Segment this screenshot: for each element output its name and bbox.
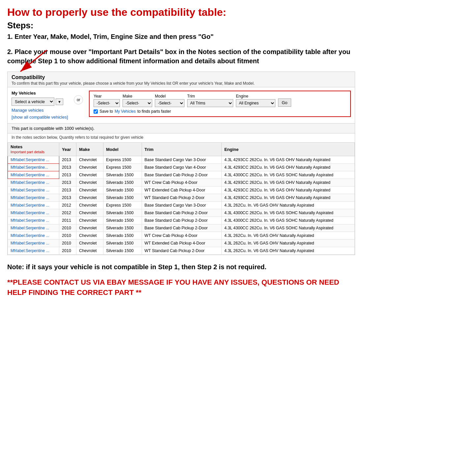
- engine-label: Engine: [236, 94, 275, 99]
- vehicle-select-row: Select a vehicle ▼: [12, 98, 68, 106]
- cell-notes: Mfrlabel:Serpentine ...: [8, 247, 59, 255]
- make-label: Make: [123, 94, 152, 99]
- cell-trim: WT Extended Cab Pickup 4-Door: [142, 240, 221, 247]
- cell-make: Chevrolet: [76, 217, 103, 224]
- cell-make: Chevrolet: [76, 164, 103, 171]
- year-select[interactable]: -Select-: [94, 99, 120, 107]
- cell-make: Chevrolet: [76, 179, 103, 186]
- show-all-compatible-link[interactable]: [show all compatible vehicles]: [12, 115, 68, 120]
- cell-year: 2012: [59, 202, 76, 209]
- cell-trim: Base Standard Cargo Van 3-Door: [142, 156, 221, 164]
- col-engine: Engine: [221, 143, 354, 156]
- table-row: Mfrlabel:Serpentine ...2013ChevroletSilv…: [8, 186, 355, 194]
- cell-model: Silverado 1500: [103, 194, 142, 202]
- cell-engine: 4.3L 4293CC 262Cu. In. V6 GAS OHV Natura…: [221, 179, 354, 186]
- cell-model: Silverado 1500: [103, 240, 142, 247]
- cell-engine: 4.3L 262Cu. In. V6 GAS OHV Naturally Asp…: [221, 247, 354, 255]
- cell-trim: WT Standard Cab Pickup 2-Door: [142, 194, 221, 202]
- cell-notes: Mfrlabel:Serpentine ...: [8, 209, 59, 217]
- cell-year: 2013: [59, 186, 76, 194]
- cell-model: Silverado 1500: [103, 224, 142, 232]
- cell-notes: Mfrlabel:Serpentine ...: [8, 224, 59, 232]
- cell-year: 2013: [59, 171, 76, 179]
- compat-table-note: In the notes section below, Quantity ref…: [8, 133, 355, 142]
- cell-make: Chevrolet: [76, 224, 103, 232]
- cell-engine: 4.3L 4300CC 262Cu. In. V6 GAS SOHC Natur…: [221, 217, 354, 224]
- go-button[interactable]: Go: [278, 99, 291, 107]
- cell-make: Chevrolet: [76, 247, 103, 255]
- cell-engine: 4.3L 4293CC 262Cu. In. V6 GAS OHV Natura…: [221, 194, 354, 202]
- engine-select[interactable]: All Engines: [236, 99, 275, 107]
- cell-make: Chevrolet: [76, 209, 103, 217]
- compat-header: Compatibility To confirm that this part …: [8, 72, 355, 87]
- save-checkbox[interactable]: [94, 109, 98, 114]
- cell-model: Silverado 1500: [103, 232, 142, 240]
- cell-trim: Base Standard Cab Pickup 2-Door: [142, 171, 221, 179]
- cell-model: Silverado 1500: [103, 186, 142, 194]
- cell-notes: Mfrlabel:Serpentine ...: [8, 194, 59, 202]
- select-arrow-icon: ▼: [56, 99, 63, 105]
- cell-model: Express 1500: [103, 202, 142, 209]
- cell-engine: 4.3L 262Cu. In. V6 GAS OHV Naturally Asp…: [221, 240, 354, 247]
- cell-notes: Mfrlabel:Serpentine ...: [8, 171, 59, 179]
- steps-label: Steps:: [7, 20, 355, 31]
- engine-field: Engine All Engines: [236, 94, 275, 107]
- cell-model: Express 1500: [103, 156, 142, 164]
- cell-year: 2011: [59, 217, 76, 224]
- make-select[interactable]: -Select-: [123, 99, 152, 107]
- col-notes: Notes Important part details: [8, 143, 59, 156]
- vehicle-select-dropdown[interactable]: Select a vehicle: [12, 98, 54, 106]
- cell-make: Chevrolet: [76, 171, 103, 179]
- col-make: Make: [76, 143, 103, 156]
- step2-text: 2. Place your mouse over "Important Part…: [7, 47, 355, 66]
- cell-engine: 4.3L 4300CC 262Cu. In. V6 GAS SOHC Natur…: [221, 209, 354, 217]
- cell-notes: Mfrlabel:Serpentine ...: [8, 232, 59, 240]
- cell-year: 2010: [59, 224, 76, 232]
- notes-header-label: Notes: [11, 144, 22, 149]
- cell-trim: WT Standard Cab Pickup 2-Door: [142, 247, 221, 255]
- compat-info-bar: This part is compatible with 1000 vehicl…: [8, 123, 355, 133]
- cell-make: Chevrolet: [76, 194, 103, 202]
- cell-make: Chevrolet: [76, 202, 103, 209]
- note-text: Note: if it says your vehicle is not com…: [7, 262, 355, 272]
- cell-engine: 4.3L 4293CC 262Cu. In. V6 GAS OHV Natura…: [221, 164, 354, 171]
- my-vehicles-save-link[interactable]: My Vehicles: [115, 109, 136, 114]
- year-make-form: Year -Select- Make -Select- Mo: [89, 91, 351, 117]
- my-vehicles-section: My Vehicles Select a vehicle ▼ Manage ve…: [12, 91, 68, 120]
- cell-model: Silverado 1500: [103, 209, 142, 217]
- trim-select[interactable]: All Trims: [187, 99, 233, 107]
- cell-engine: 4.3L 4293CC 262Cu. In. V6 GAS OHV Natura…: [221, 156, 354, 164]
- cell-make: Chevrolet: [76, 186, 103, 194]
- year-field: Year -Select-: [94, 94, 120, 107]
- table-row: Mfrlabel:Serpentine ...2013ChevroletExpr…: [8, 156, 355, 164]
- cell-trim: Base Standard Cab Pickup 2-Door: [142, 217, 221, 224]
- cell-model: Express 1500: [103, 164, 142, 171]
- compatibility-box: Compatibility To confirm that this part …: [7, 72, 355, 255]
- ym-fields-row: Year -Select- Make -Select- Mo: [94, 94, 346, 107]
- trim-field: Trim All Trims: [187, 94, 233, 107]
- cell-make: Chevrolet: [76, 240, 103, 247]
- cell-notes: Mfrlabel:Serpentine ...: [8, 217, 59, 224]
- table-row: Mfrlabel:Serpentine ...2013ChevroletSilv…: [8, 194, 355, 202]
- or-divider: or: [74, 95, 83, 104]
- table-row: Mfrlabel:Serpentine ...2010ChevroletSilv…: [8, 224, 355, 232]
- table-row: Mfrlabel:Serpentine ...2010ChevroletSilv…: [8, 240, 355, 247]
- manage-vehicles-link[interactable]: Manage vehicles: [12, 108, 68, 113]
- my-vehicles-label: My Vehicles: [12, 91, 68, 96]
- cell-year: 2013: [59, 164, 76, 171]
- cell-notes: Mfrlabel:Serpentine...: [8, 164, 59, 171]
- table-row: Mfrlabel:Serpentine ...2012ChevroletExpr…: [8, 202, 355, 209]
- table-row: Mfrlabel:Serpentine ...2013ChevroletSilv…: [8, 179, 355, 186]
- cell-notes: Mfrlabel:Serpentine ...: [8, 240, 59, 247]
- cell-model: Silverado 1500: [103, 217, 142, 224]
- make-field: Make -Select-: [123, 94, 152, 107]
- cell-engine: 4.3L 4300CC 262Cu. In. V6 GAS SOHC Natur…: [221, 224, 354, 232]
- cell-year: 2012: [59, 209, 76, 217]
- table-row: Mfrlabel:Serpentine ...2011ChevroletSilv…: [8, 217, 355, 224]
- cell-engine: 4.3L 4293CC 262Cu. In. V6 GAS OHV Natura…: [221, 186, 354, 194]
- model-select[interactable]: -Select-: [155, 99, 184, 107]
- cell-trim: Base Standard Cab Pickup 2-Door: [142, 224, 221, 232]
- col-trim: Trim: [142, 143, 221, 156]
- cell-notes: Mfrlabel:Serpentine ...: [8, 156, 59, 164]
- step1-text: 1. Enter Year, Make, Model, Trim, Engine…: [7, 32, 355, 41]
